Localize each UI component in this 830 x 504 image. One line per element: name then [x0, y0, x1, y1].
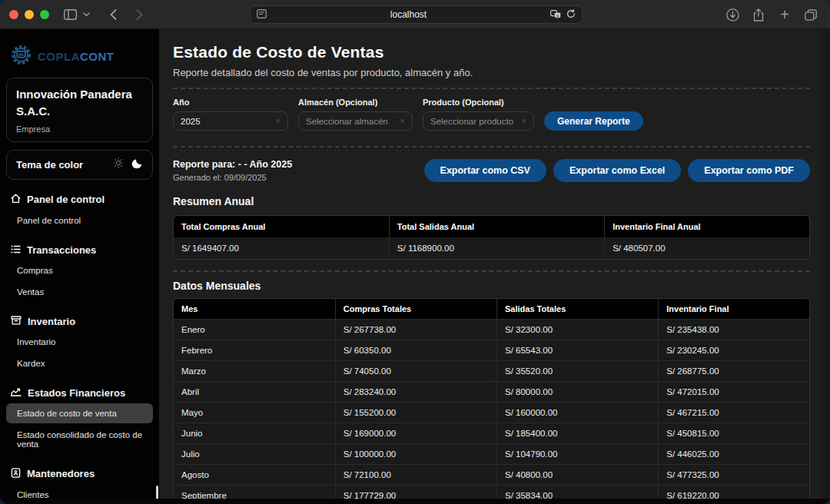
home-icon — [11, 194, 21, 206]
report-meta: Reporte para: - - Año 2025 Generado el: … — [173, 159, 292, 182]
table-row: Junio S/ 169000.00 S/ 185400.00 S/ 45081… — [174, 423, 810, 444]
table-row: Marzo S/ 74050.00 S/ 35520.00 S/ 268775.… — [174, 361, 810, 382]
product-select[interactable]: Seleccionar producto × — [423, 111, 534, 131]
column-header: Total Compras Anual — [174, 216, 389, 237]
cell-salidas: S/ 65543.00 — [497, 340, 659, 361]
cell-mes: Junio — [174, 423, 335, 444]
table-row: Febrero S/ 60350.00 S/ 65543.00 S/ 23024… — [174, 340, 810, 361]
cell-compras: S/ 60350.00 — [335, 340, 496, 361]
nav-title-inventario: Inventario — [6, 313, 153, 330]
divider — [173, 146, 810, 148]
svg-text:a: a — [556, 13, 559, 18]
sidebar-item-estado-de-costo-de-venta[interactable]: Estado de costo de venta — [6, 403, 153, 423]
minimize-window-button[interactable] — [25, 10, 34, 19]
sidebar-item-panel-de-control[interactable]: Panel de control — [6, 211, 153, 230]
cell-inventario: S/ 446025.00 — [659, 444, 810, 465]
clear-icon[interactable]: × — [275, 116, 281, 127]
window-controls — [9, 10, 49, 19]
cell-salidas: S/ 80000.00 — [497, 382, 659, 403]
sun-icon[interactable] — [113, 158, 124, 171]
cell-salidas: S/ 35520.00 — [497, 361, 659, 382]
column-header: Total Salidas Anual — [389, 216, 604, 237]
browser-window: localhost a + db — [0, 0, 830, 504]
table-row: Abril S/ 283240.00 S/ 80000.00 S/ 472015… — [174, 382, 810, 403]
company-role-label: Empresa — [16, 124, 143, 134]
moon-icon[interactable] — [131, 158, 143, 172]
monthly-data-heading: Datos Mensuales — [173, 280, 810, 292]
clear-icon[interactable]: × — [521, 116, 526, 127]
chevron-down-icon[interactable] — [80, 5, 92, 25]
page-scrollbar[interactable] — [821, 29, 830, 504]
sidebar-item-compras[interactable]: Compras — [6, 260, 153, 280]
divider — [173, 270, 810, 272]
export-buttons: Exportar como CSV Exportar como Excel Ex… — [424, 159, 810, 182]
page-format-icon[interactable] — [257, 8, 267, 22]
new-tab-button[interactable]: + — [775, 5, 795, 25]
product-label: Producto (Opcional) — [423, 98, 534, 107]
sidebar-item-estado-consolidado[interactable]: Estado consolidado de costo de venta — [6, 425, 153, 454]
export-csv-button[interactable]: Exportar como CSV — [424, 159, 546, 182]
page-subtitle: Reporte detallado del costo de ventas po… — [173, 67, 810, 78]
forward-button[interactable] — [129, 5, 149, 25]
year-input[interactable]: 2025 × — [173, 111, 288, 131]
nav-title-estados-financieros: Estados Financieros — [6, 384, 153, 402]
reload-icon[interactable] — [566, 8, 576, 22]
contact-book-icon — [11, 468, 21, 480]
sidebar-item-inventario[interactable]: Inventario — [6, 332, 153, 352]
brand-wordmark: COPLACONT — [38, 50, 115, 63]
nav-section-panel: Panel de control Panel de control — [6, 191, 153, 230]
export-excel-button[interactable]: Exportar como Excel — [553, 159, 681, 182]
column-header: Inventario Final — [659, 299, 810, 320]
cell-mes: Abril — [174, 382, 335, 403]
address-bar[interactable]: localhost a — [250, 5, 583, 24]
url-text: localhost — [267, 9, 550, 20]
downloads-icon[interactable] — [722, 5, 742, 25]
cell-inventario: S/ 235438.00 — [659, 320, 810, 340]
cell-salidas: S/ 32300.00 — [497, 320, 659, 340]
cell-salidas: S/ 104790.00 — [497, 444, 659, 465]
cell-mes: Enero — [174, 320, 335, 340]
warehouse-label: Almacén (Opcional) — [298, 98, 413, 107]
nav-title-transacciones: Transacciones — [6, 241, 153, 259]
list-icon — [11, 244, 21, 256]
nav-title-mantenedores: Mantenedores — [6, 465, 153, 483]
nav-section-transacciones: Transacciones Compras Ventas — [6, 241, 153, 302]
clear-icon[interactable]: × — [400, 116, 405, 127]
nav-section-inventario: Inventario Inventario Kardex — [6, 313, 153, 373]
cell-inventario: S/ 268775.00 — [659, 361, 810, 382]
table-row: Enero S/ 267738.00 S/ 32300.00 S/ 235438… — [174, 320, 810, 340]
theme-label: Tema de color — [16, 159, 83, 171]
cell-compras: S/ 267738.00 — [335, 320, 496, 340]
generate-report-button[interactable]: Generar Reporte — [544, 111, 643, 131]
cell-compras: S/ 169000.00 — [335, 423, 496, 444]
year-label: Año — [173, 98, 288, 107]
translate-icon[interactable]: a — [550, 8, 561, 22]
annual-inventario-value: S/ 480507.00 — [605, 237, 810, 259]
column-header: Compras Totales — [335, 299, 496, 320]
sidebar-item-kardex[interactable]: Kardex — [6, 353, 153, 373]
table-row: Mayo S/ 155200.00 S/ 160000.00 S/ 467215… — [174, 403, 810, 423]
table-header-row: Mes Compras Totales Salidas Totales Inve… — [174, 299, 810, 320]
export-pdf-button[interactable]: Exportar como PDF — [688, 159, 810, 182]
warehouse-select[interactable]: Seleccionar almacén × — [298, 111, 413, 131]
tab-overview-icon[interactable] — [801, 5, 821, 25]
sidebar-item-ventas[interactable]: Ventas — [6, 282, 153, 302]
share-icon[interactable] — [749, 5, 769, 25]
table-header-row: Total Compras Anual Total Salidas Anual … — [174, 216, 810, 237]
sidebar-toggle-icon[interactable] — [60, 5, 80, 25]
cell-mes: Mayo — [174, 403, 335, 423]
cell-compras: S/ 74050.00 — [335, 361, 496, 382]
brand[interactable]: db COPLACONT — [6, 40, 153, 78]
back-button[interactable] — [103, 5, 123, 25]
cell-mes: Febrero — [174, 340, 335, 361]
column-header: Mes — [174, 299, 335, 320]
theme-toggle[interactable]: Tema de color — [6, 150, 153, 180]
cell-compras: S/ 155200.00 — [335, 403, 496, 423]
zoom-window-button[interactable] — [40, 10, 49, 19]
table-row: Julio S/ 100000.00 S/ 104790.00 S/ 44602… — [174, 444, 810, 465]
nav-title-panel: Panel de control — [6, 191, 153, 209]
close-window-button[interactable] — [9, 10, 18, 19]
cell-inventario: S/ 450815.00 — [659, 423, 810, 444]
page-title: Estado de Costo de Ventas — [173, 43, 810, 61]
cell-salidas: S/ 185400.00 — [497, 423, 659, 444]
